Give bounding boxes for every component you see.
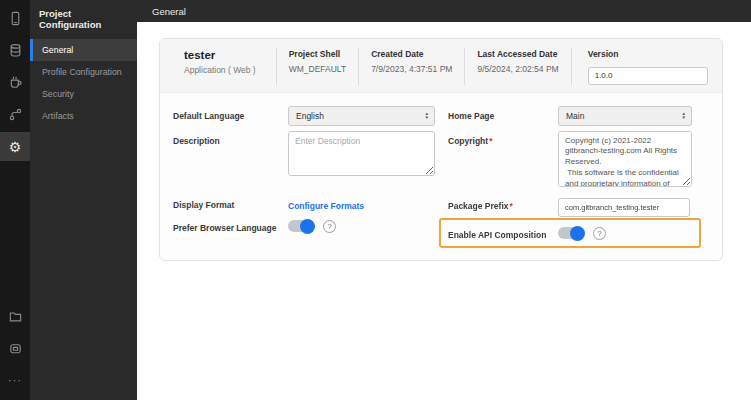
required-asterisk: * — [489, 136, 492, 146]
project-type: Application ( Web ) — [184, 65, 256, 75]
project-shell-value: WM_DEFAULT — [289, 64, 346, 74]
display-format-label: Display Format — [173, 195, 288, 213]
project-settings-card: tester Application ( Web ) Project Shell… — [159, 38, 723, 261]
version-field: Version — [571, 48, 720, 85]
prefer-browser-language-toggle[interactable] — [288, 220, 314, 232]
copyright-textarea[interactable]: Copyright (c) 2021-2022 gitbranch-testin… — [558, 131, 692, 187]
home-page-row: Home Page Main ▲▼ — [448, 106, 692, 126]
config-sidebar: Project Configuration General Profile Co… — [30, 0, 137, 400]
sidebar-item-security[interactable]: Security — [30, 83, 137, 105]
version-label: Version — [588, 49, 708, 59]
default-language-label: Default Language — [173, 106, 288, 126]
page-title: General — [152, 6, 186, 17]
main-area: General tester Application ( Web ) Proje… — [137, 0, 751, 400]
package-prefix-input[interactable] — [558, 198, 690, 217]
form-column-right: Home Page Main ▲▼ C — [448, 106, 692, 248]
flow-icon[interactable] — [0, 100, 30, 129]
toggle-knob — [300, 219, 315, 234]
mobile-icon[interactable] — [0, 4, 30, 33]
created-date-field: Created Date 7/9/2023, 4:37:51 PM — [358, 48, 464, 85]
toggle-knob — [570, 226, 585, 241]
description-textarea[interactable] — [288, 131, 435, 176]
sidebar-item-artifacts[interactable]: Artifacts — [30, 105, 137, 127]
configure-formats-link[interactable]: Configure Formats — [288, 196, 364, 211]
enable-api-composition-row: Enable API Composition ? — [448, 225, 692, 240]
icon-rail: ⚙ ··· — [0, 0, 30, 400]
prefer-browser-language-label: Prefer Browser Language — [173, 218, 288, 233]
settings-form: Default Language English ▲▼ — [160, 93, 722, 260]
more-glyph: ··· — [8, 375, 22, 386]
project-info-strip: tester Application ( Web ) Project Shell… — [160, 39, 722, 93]
sidebar-item-general[interactable]: General — [30, 39, 137, 61]
default-language-value: English — [296, 111, 324, 121]
prefer-browser-language-row: Prefer Browser Language ? — [173, 218, 435, 233]
sidebar-item-profile-configuration[interactable]: Profile Configuration — [30, 61, 137, 83]
project-shell-label: Project Shell — [289, 49, 346, 59]
sidebar-title: Project Configuration — [30, 0, 137, 39]
select-arrows-icon: ▲▼ — [682, 112, 686, 120]
settings-icon[interactable]: ⚙ — [0, 132, 30, 161]
created-date-label: Created Date — [371, 49, 452, 59]
enable-api-composition-label: Enable API Composition — [448, 225, 558, 240]
help-icon[interactable]: ? — [323, 220, 336, 233]
display-format-row: Display Format Configure Formats — [173, 195, 435, 213]
package-prefix-row: Package Prefix* — [448, 196, 692, 217]
default-language-row: Default Language English ▲▼ — [173, 106, 435, 126]
select-arrows-icon: ▲▼ — [425, 112, 429, 120]
default-language-select[interactable]: English ▲▼ — [288, 106, 435, 126]
coffee-icon[interactable] — [0, 68, 30, 97]
home-page-label: Home Page — [448, 106, 558, 126]
version-input[interactable] — [588, 67, 708, 85]
database-icon[interactable] — [0, 36, 30, 65]
icon-rail-bottom: ··· — [0, 302, 30, 400]
last-accessed-value: 9/5/2024, 2:02:54 PM — [477, 64, 558, 74]
description-label: Description — [173, 131, 288, 180]
copyright-label: Copyright* — [448, 131, 558, 191]
page-header: General — [137, 0, 751, 22]
last-accessed-field: Last Accessed Date 9/5/2024, 2:02:54 PM — [464, 48, 570, 85]
app-window: ⚙ ··· Project Configuration General Prof… — [0, 0, 751, 400]
package-icon[interactable] — [0, 334, 30, 363]
last-accessed-label: Last Accessed Date — [477, 49, 558, 59]
folder-icon[interactable] — [0, 302, 30, 331]
created-date-value: 7/9/2023, 4:37:51 PM — [371, 64, 452, 74]
icon-rail-top: ⚙ — [0, 0, 30, 164]
form-column-left: Default Language English ▲▼ — [173, 106, 435, 248]
settings-glyph: ⚙ — [9, 140, 22, 154]
project-name: tester — [184, 49, 256, 61]
required-asterisk: * — [509, 201, 512, 211]
home-page-select[interactable]: Main ▲▼ — [558, 106, 692, 126]
description-row: Description — [173, 131, 435, 180]
project-identity: tester Application ( Web ) — [160, 48, 276, 85]
package-prefix-label: Package Prefix* — [448, 196, 558, 217]
help-icon[interactable]: ? — [593, 227, 606, 240]
enable-api-composition-toggle[interactable] — [558, 227, 584, 239]
content-area: tester Application ( Web ) Project Shell… — [137, 22, 751, 261]
copyright-row: Copyright* Copyright (c) 2021-2022 gitbr… — [448, 131, 692, 191]
more-icon[interactable]: ··· — [0, 366, 30, 395]
project-shell-field: Project Shell WM_DEFAULT — [276, 48, 358, 85]
home-page-value: Main — [566, 111, 584, 121]
api-composition-highlight-box: Enable API Composition ? — [439, 218, 701, 248]
